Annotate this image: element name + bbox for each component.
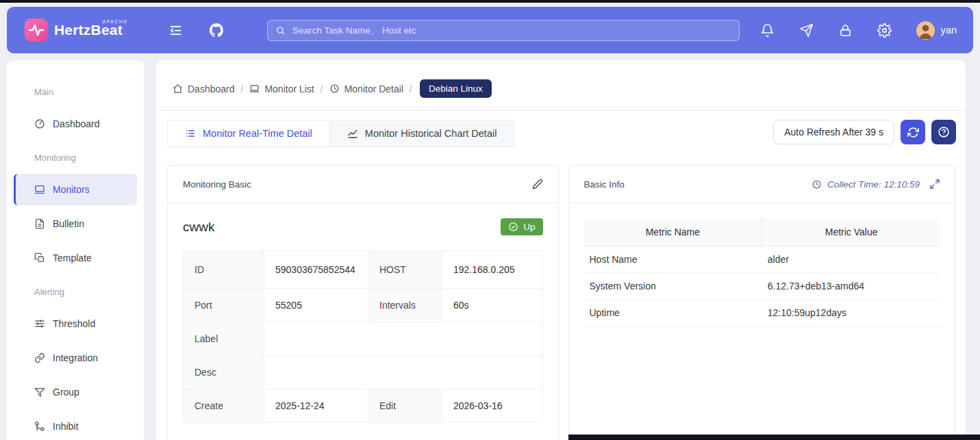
- table-header-row: Metric Name Metric Value: [584, 218, 941, 246]
- cell-value: 590303675852544: [264, 251, 368, 289]
- table-row: Host Name alder: [584, 246, 941, 272]
- brand-name: HertzBeat: [54, 22, 123, 38]
- cell-value: 60s: [442, 289, 543, 322]
- status-badge: Up: [501, 218, 542, 235]
- metric-value-cell: alder: [762, 246, 940, 272]
- brand-apache-label: APACHE: [103, 19, 128, 24]
- breadcrumb-separator: /: [410, 83, 412, 94]
- table-row: Label: [184, 322, 543, 356]
- table-row: Uptime 12:10:59up12days: [584, 299, 941, 326]
- search-icon: [275, 25, 286, 36]
- sidebar: Main Dashboard Monitoring Monitors Bulle…: [7, 60, 144, 440]
- inhibit-icon: [34, 421, 45, 432]
- brand-logo[interactable]: APACHE HertzBeat: [25, 18, 127, 42]
- user-menu[interactable]: yan: [916, 21, 957, 40]
- template-icon: [34, 253, 45, 263]
- monitor-basic-table: ID 590303675852544 HOST 192.168.0.205 Po…: [183, 250, 543, 423]
- collect-time: Collect Time: 12:10:59: [827, 179, 920, 190]
- home-icon: [173, 83, 183, 94]
- monitor-detail-icon: [329, 83, 340, 94]
- status-label: Up: [523, 222, 535, 232]
- sidebar-item-label: Group: [53, 387, 79, 398]
- panel-title: Monitoring Basic: [183, 179, 251, 190]
- sidebar-item-integration[interactable]: Integration: [14, 342, 137, 374]
- sidebar-item-label: Monitors: [53, 184, 90, 195]
- breadcrumb-separator: /: [321, 83, 323, 94]
- sidebar-item-inhibit[interactable]: Inhibit: [14, 411, 137, 440]
- send-icon[interactable]: [799, 23, 814, 38]
- top-window-edge: [0, 0, 980, 3]
- cell-value: 192.168.0.205: [442, 251, 543, 289]
- refresh-icon: [907, 127, 919, 138]
- metric-name-cell: Host Name: [584, 246, 762, 272]
- global-search: [267, 20, 740, 41]
- sidebar-group-alerting: Alerting: [7, 276, 144, 308]
- auto-refresh-select[interactable]: Auto Refresh After 39 s: [773, 120, 894, 144]
- edit-pencil-icon[interactable]: [532, 179, 543, 190]
- basic-info-table: Metric Name Metric Value Host Name alder…: [584, 218, 941, 326]
- search-input[interactable]: [291, 25, 731, 36]
- tab-realtime-detail[interactable]: Monitor Real-Time Detail: [167, 120, 330, 147]
- sidebar-group-main: Main: [7, 77, 144, 108]
- sidebar-item-dashboard[interactable]: Dashboard: [14, 108, 137, 140]
- sidebar-item-label: Inhibit: [53, 421, 78, 432]
- group-filter-icon: [34, 387, 45, 398]
- sidebar-item-monitors[interactable]: Monitors: [14, 174, 137, 205]
- breadcrumb-label: Monitor List: [264, 83, 314, 94]
- refresh-button[interactable]: [901, 120, 925, 144]
- cell-key: ID: [184, 251, 264, 289]
- monitoring-basic-panel: Monitoring Basic cwwk Up: [167, 165, 559, 440]
- app-header: APACHE HertzBeat yan: [7, 7, 973, 53]
- sidebar-item-label: Template: [53, 253, 92, 263]
- settings-gear-icon[interactable]: [877, 23, 892, 38]
- breadcrumb-current-badge: Debian Linux: [420, 79, 492, 98]
- cell-key: Intervals: [368, 289, 442, 322]
- help-button[interactable]: [931, 120, 956, 144]
- bottom-window-edge: [568, 435, 980, 440]
- sidebar-collapse-icon[interactable]: [168, 23, 183, 38]
- breadcrumb-monitor-detail[interactable]: Monitor Detail: [329, 83, 403, 94]
- github-icon[interactable]: [208, 22, 225, 38]
- avatar: [916, 21, 935, 40]
- detail-tabs: Monitor Real-Time Detail Monitor Histori…: [167, 120, 514, 147]
- threshold-icon: [34, 318, 45, 329]
- sidebar-item-group[interactable]: Group: [14, 376, 137, 408]
- breadcrumb-monitor-list[interactable]: Monitor List: [249, 83, 314, 94]
- line-chart-icon: [347, 128, 358, 139]
- metric-value-cell: 12:10:59up12days: [762, 299, 940, 326]
- breadcrumb-dashboard[interactable]: Dashboard: [173, 83, 235, 94]
- detail-panels: Monitoring Basic cwwk Up: [156, 147, 966, 440]
- sidebar-item-threshold[interactable]: Threshold: [14, 308, 137, 339]
- sidebar-item-label: Integration: [53, 352, 98, 363]
- breadcrumb: Dashboard / Monitor List / Monitor Detai…: [156, 60, 966, 111]
- monitor-name: cwwk: [183, 220, 214, 235]
- metric-value-cell: 6.12.73+deb13-amd64: [762, 272, 940, 299]
- tab-historical-chart[interactable]: Monitor Historical Chart Detail: [330, 120, 515, 147]
- breadcrumb-label: Monitor Detail: [344, 83, 403, 94]
- sidebar-item-template[interactable]: Template: [14, 242, 137, 274]
- basic-info-panel: Basic Info Collect Time: 12:10:59 Metric…: [568, 165, 957, 435]
- column-header-metric-value: Metric Value: [762, 218, 940, 246]
- cell-value: 55205: [264, 289, 368, 322]
- cell-value: [264, 322, 543, 356]
- sidebar-item-bulletin[interactable]: Bulletin: [14, 208, 137, 240]
- lock-icon[interactable]: [838, 23, 853, 38]
- cell-key: Create: [184, 389, 264, 423]
- sidebar-group-monitoring: Monitoring: [7, 142, 144, 174]
- notification-bell-icon[interactable]: [760, 23, 775, 38]
- monitors-icon: [34, 184, 45, 195]
- table-row: Port 55205 Intervals 60s: [184, 289, 543, 322]
- table-row: Desc: [184, 356, 543, 389]
- cell-key: Desc: [184, 356, 264, 389]
- fullscreen-expand-icon[interactable]: [929, 179, 940, 190]
- sidebar-item-label: Threshold: [53, 318, 95, 329]
- integration-icon: [34, 352, 45, 363]
- tab-label: Monitor Real-Time Detail: [203, 128, 312, 139]
- table-row: System Version 6.12.73+deb13-amd64: [584, 272, 941, 299]
- table-row: ID 590303675852544 HOST 192.168.0.205: [184, 251, 543, 289]
- cell-value: [264, 356, 543, 389]
- toolbar-actions: Auto Refresh After 39 s: [773, 120, 956, 144]
- metric-name-cell: System Version: [584, 272, 762, 299]
- column-header-metric-name: Metric Name: [584, 218, 762, 246]
- check-circle-icon: [508, 222, 518, 232]
